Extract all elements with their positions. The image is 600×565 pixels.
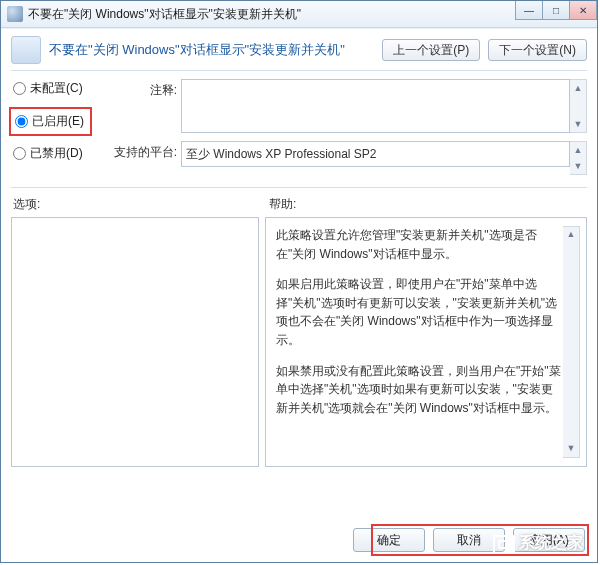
radio-disabled[interactable]: 已禁用(D) xyxy=(11,144,101,163)
scroll-down-icon: ▼ xyxy=(570,158,586,174)
next-setting-button[interactable]: 下一个设置(N) xyxy=(488,39,587,61)
prev-setting-button[interactable]: 上一个设置(P) xyxy=(382,39,480,61)
dialog-footer: 确定 取消 应用(A) xyxy=(13,528,585,552)
content-area: 不要在"关闭 Windows"对话框显示"安装更新并关机" 上一个设置(P) 下… xyxy=(1,28,597,467)
radio-not-configured-label: 未配置(C) xyxy=(30,80,83,97)
divider xyxy=(11,70,587,71)
header-row: 不要在"关闭 Windows"对话框显示"安装更新并关机" 上一个设置(P) 下… xyxy=(11,36,587,64)
scroll-up-icon: ▲ xyxy=(563,227,579,243)
policy-icon xyxy=(11,36,41,64)
comment-label: 注释: xyxy=(113,79,181,99)
right-column: 注释: ▲ ▼ 支持的平台: 至少 Windows XP Professiona… xyxy=(113,79,587,183)
highlight-enabled: 已启用(E) xyxy=(9,107,92,136)
radio-enabled-label: 已启用(E) xyxy=(32,113,84,130)
radio-disabled-label: 已禁用(D) xyxy=(30,145,83,162)
comment-row: 注释: ▲ ▼ xyxy=(113,79,587,133)
section-labels: 选项: 帮助: xyxy=(11,196,587,213)
comment-scrollbar[interactable]: ▲ ▼ xyxy=(570,79,587,133)
radio-enabled[interactable]: 已启用(E) xyxy=(13,112,86,131)
scroll-up-icon: ▲ xyxy=(570,80,586,96)
lower-panes: 此策略设置允许您管理"安装更新并关机"选项是否在"关闭 Windows"对话框中… xyxy=(11,217,587,467)
platform-value: 至少 Windows XP Professional SP2 xyxy=(181,141,570,167)
help-text: 此策略设置允许您管理"安装更新并关机"选项是否在"关闭 Windows"对话框中… xyxy=(276,226,563,458)
apply-button[interactable]: 应用(A) xyxy=(513,528,585,552)
titlebar[interactable]: 不要在"关闭 Windows"对话框显示"安装更新并关机" — □ ✕ xyxy=(1,1,597,28)
minimize-button[interactable]: — xyxy=(515,1,543,20)
window-icon xyxy=(7,6,23,22)
platform-label: 支持的平台: xyxy=(113,141,181,161)
radio-disabled-input[interactable] xyxy=(13,147,26,160)
radio-not-configured[interactable]: 未配置(C) xyxy=(11,79,101,98)
divider xyxy=(11,187,587,188)
scroll-up-icon: ▲ xyxy=(570,142,586,158)
platform-scrollbar[interactable]: ▲ ▼ xyxy=(570,141,587,175)
options-label: 选项: xyxy=(11,196,269,213)
dialog-window: 不要在"关闭 Windows"对话框显示"安装更新并关机" — □ ✕ 不要在"… xyxy=(0,0,598,563)
comment-input[interactable] xyxy=(181,79,570,133)
help-label: 帮助: xyxy=(269,196,296,213)
window-controls: — □ ✕ xyxy=(516,1,597,20)
window-title: 不要在"关闭 Windows"对话框显示"安装更新并关机" xyxy=(28,6,301,23)
policy-title: 不要在"关闭 Windows"对话框显示"安装更新并关机" xyxy=(49,41,374,59)
help-p1: 此策略设置允许您管理"安装更新并关机"选项是否在"关闭 Windows"对话框中… xyxy=(276,226,563,263)
cancel-button[interactable]: 取消 xyxy=(433,528,505,552)
help-scrollbar[interactable]: ▲ ▼ xyxy=(563,226,580,458)
help-p3: 如果禁用或没有配置此策略设置，则当用户在"开始"菜单中选择"关机"选项时如果有更… xyxy=(276,362,563,418)
radio-column: 未配置(C) 已启用(E) 已禁用(D) xyxy=(11,79,101,183)
options-pane xyxy=(11,217,259,467)
platform-row: 支持的平台: 至少 Windows XP Professional SP2 ▲ … xyxy=(113,141,587,175)
scroll-down-icon: ▼ xyxy=(570,116,586,132)
ok-button[interactable]: 确定 xyxy=(353,528,425,552)
radio-not-configured-input[interactable] xyxy=(13,82,26,95)
help-pane: 此策略设置允许您管理"安装更新并关机"选项是否在"关闭 Windows"对话框中… xyxy=(265,217,587,467)
radio-enabled-input[interactable] xyxy=(15,115,28,128)
config-area: 未配置(C) 已启用(E) 已禁用(D) 注释: xyxy=(11,79,587,183)
help-p2: 如果启用此策略设置，即使用户在"开始"菜单中选择"关机"选项时有更新可以安装，"… xyxy=(276,275,563,349)
maximize-button[interactable]: □ xyxy=(542,1,570,20)
close-button[interactable]: ✕ xyxy=(569,1,597,20)
scroll-down-icon: ▼ xyxy=(563,441,579,457)
